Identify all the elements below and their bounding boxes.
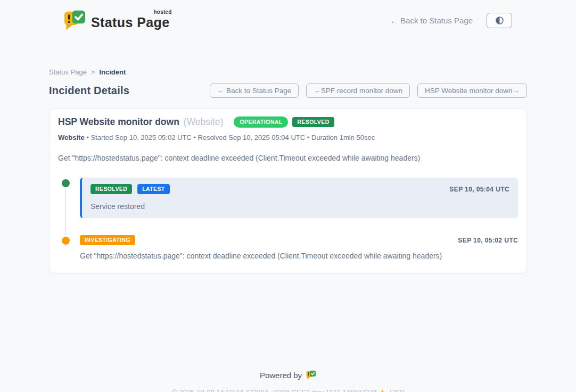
brand-logo[interactable]: Status Page hosted bbox=[64, 10, 170, 31]
incident-title-row: HSP Website monitor down (Website) OPERA… bbox=[58, 116, 518, 128]
timeline-message: Service restored bbox=[90, 202, 509, 211]
incident-nav-buttons: ← Back to Status Page ←SPF record monito… bbox=[210, 84, 527, 98]
timeline-update-first: INVESTIGATING SEP 10, 05:02 UTC Get "htt… bbox=[80, 235, 518, 260]
powered-by-link[interactable]: Powered by bbox=[0, 370, 576, 380]
timeline-update-latest: RESOLVED LATEST SEP 10, 05:04 UTC Servic… bbox=[80, 178, 518, 218]
operational-status-badge: OPERATIONAL bbox=[234, 116, 288, 128]
timeline-dot-investigating-icon bbox=[62, 237, 70, 245]
half-circle-icon bbox=[495, 15, 505, 26]
back-to-status-page-link[interactable]: ← Back to Status Page bbox=[390, 16, 473, 25]
copyright-suffix: HSP bbox=[390, 388, 404, 392]
next-incident-button[interactable]: HSP Website monitor down→ bbox=[417, 84, 527, 98]
incident-description: Get "https://hostedstatus.page": context… bbox=[58, 154, 518, 162]
header-actions: ← Back to Status Page bbox=[390, 13, 512, 28]
resolved-status-badge: RESOLVED bbox=[292, 117, 334, 127]
footer: Powered by © 2025-10-08 14:10:34.772084 … bbox=[0, 370, 576, 392]
back-to-status-page-button[interactable]: ← Back to Status Page bbox=[210, 84, 299, 98]
incident-card: HSP Website monitor down (Website) OPERA… bbox=[49, 109, 527, 273]
timeline-message: Get "https://hostedstatus.page": context… bbox=[80, 252, 518, 260]
header: Status Page hosted ← Back to Status Page bbox=[0, 0, 576, 31]
incident-title: HSP Website monitor down bbox=[58, 116, 179, 128]
breadcrumb-status-page[interactable]: Status Page bbox=[49, 68, 87, 76]
incident-meta-details: • Started Sep 10, 2025 05:02 UTC • Resol… bbox=[86, 134, 375, 141]
breadcrumb-incident: Incident bbox=[99, 68, 126, 76]
timeline-badge-latest: LATEST bbox=[137, 184, 169, 194]
timeline-badge-resolved: RESOLVED bbox=[90, 184, 132, 194]
copyright-text: © 2025-10-08 14:10:34.772084 +0200 CEST … bbox=[172, 388, 377, 392]
title-row: Incident Details ← Back to Status Page ←… bbox=[49, 84, 527, 98]
prev-incident-button[interactable]: ←SPF record monitor down bbox=[306, 84, 410, 98]
timeline-item-investigating: INVESTIGATING SEP 10, 05:02 UTC Get "htt… bbox=[58, 235, 518, 260]
breadcrumb-separator: > bbox=[91, 68, 95, 76]
incident-timeline: RESOLVED LATEST SEP 10, 05:04 UTC Servic… bbox=[58, 178, 518, 260]
powered-by-label: Powered by bbox=[260, 371, 302, 380]
breadcrumb: Status Page > Incident bbox=[49, 68, 527, 76]
incident-component: (Website) bbox=[184, 116, 224, 128]
sparkle-icon bbox=[380, 389, 387, 392]
brand-superscript: hosted bbox=[154, 9, 172, 15]
incident-meta-component: Website bbox=[58, 134, 85, 141]
theme-toggle-button[interactable] bbox=[487, 13, 512, 28]
copyright-line: © 2025-10-08 14:10:34.772084 +0200 CEST … bbox=[0, 388, 576, 392]
status-page-logo-icon bbox=[64, 10, 86, 31]
timeline-timestamp: SEP 10, 05:04 UTC bbox=[449, 186, 509, 193]
timeline-timestamp: SEP 10, 05:02 UTC bbox=[458, 237, 518, 244]
timeline-dot-resolved-icon bbox=[62, 179, 70, 187]
page-title: Incident Details bbox=[49, 85, 129, 97]
incident-meta: Website • Started Sep 10, 2025 05:02 UTC… bbox=[58, 134, 518, 141]
timeline-item-resolved: RESOLVED LATEST SEP 10, 05:04 UTC Servic… bbox=[58, 178, 518, 218]
timeline-badge-investigating: INVESTIGATING bbox=[80, 235, 135, 245]
brand-name: Status Page hosted bbox=[91, 11, 170, 30]
status-page-mini-logo-icon bbox=[306, 370, 316, 380]
